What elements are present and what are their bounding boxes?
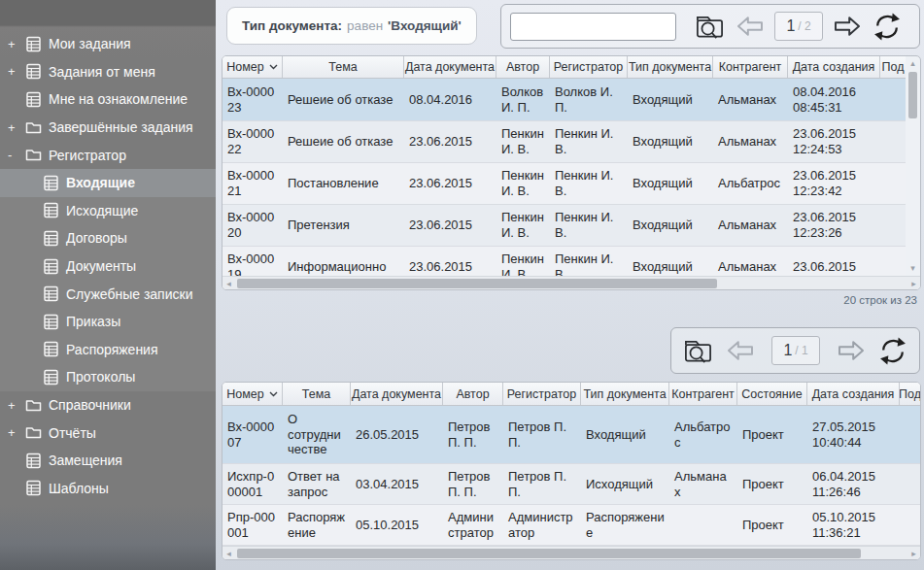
sidebar-item-label: Задания от меня [49,64,155,80]
expand-icon[interactable]: + [8,37,25,51]
horizontal-scroll-thumb[interactable] [237,549,861,558]
column-header-label: Регистратор [554,60,623,74]
table-cell: 08.04.2016 08:45:31 [788,79,880,120]
sidebar-item[interactable]: +Задания от меня [0,58,216,86]
table-cell: Решеие об отказе [283,79,404,120]
prev-page-button[interactable] [726,339,755,362]
sidebar-item[interactable]: Служебные записки [0,280,216,308]
column-header[interactable]: Номер [222,383,283,405]
scroll-left-icon[interactable]: ◂ [222,550,235,558]
prev-page-button[interactable] [736,15,765,38]
table-cell: 03.04.2015 [351,464,443,504]
table-row[interactable]: Рпр-000001Распоряжение05.10.2015Админист… [222,505,920,546]
document-icon [43,175,59,191]
horizontal-scrollbar[interactable]: ◂ ▸ [222,546,920,560]
column-header[interactable]: Автор [443,383,503,405]
next-page-button[interactable] [833,15,862,38]
scroll-down-icon[interactable]: ▾ [910,264,915,273]
sidebar-item[interactable]: Мне на ознакомление [0,85,216,114]
sidebar-item[interactable]: -Регистратор [0,141,216,169]
column-header[interactable]: Контрагент [713,56,788,78]
filter-chip[interactable]: Тип документа: равен 'Входящий' [226,7,477,45]
scroll-right-icon[interactable]: ▸ [907,550,920,558]
column-header[interactable]: Дата создания [807,383,900,405]
table-cell: Альманах [713,79,788,120]
sidebar-item[interactable]: +Мои задания [0,30,216,58]
column-header[interactable]: Контрагент [669,383,737,405]
refresh-icon[interactable] [877,336,908,366]
page-indicator[interactable]: 1 / 1 [771,336,820,365]
column-header[interactable]: Номер [222,56,283,78]
column-header[interactable]: Автор [496,56,550,78]
expand-icon[interactable]: + [8,120,25,135]
page-indicator[interactable]: 1 / 2 [774,12,823,41]
sidebar-item[interactable]: Замещения [0,447,216,475]
sidebar-item[interactable]: Шаблоны [0,475,216,503]
table-cell: Распоряжение [581,505,669,545]
column-header[interactable]: Тема [283,56,404,78]
table-cell: Пенкин И. В. [550,247,628,276]
expand-icon[interactable]: + [8,398,25,413]
column-header[interactable]: Тема [283,383,351,405]
next-page-button[interactable] [837,339,866,362]
column-header[interactable]: Дата документа [351,383,443,405]
folder-search-icon[interactable] [694,12,726,42]
table-cell: 23.06.2015 12:23:26 [788,205,880,246]
horizontal-scroll-thumb[interactable] [237,279,717,288]
table-cell: 06.04.2015 11:26:46 [807,464,900,504]
table-cell: Претензия [283,205,404,246]
document-icon [25,91,42,108]
sidebar-item[interactable]: +Завершённые задания [0,114,216,142]
horizontal-scrollbar[interactable]: ◂ ▸ [222,276,920,290]
collapse-icon[interactable]: - [8,148,25,162]
scroll-right-icon[interactable]: ▸ [907,280,920,288]
document-icon [43,230,59,247]
table-cell [880,79,906,120]
column-header-label: Тема [302,387,330,401]
table-row[interactable]: Вх-000007О сотрудничестве26.05.2015Петро… [222,406,920,464]
table-row[interactable]: Вх-000021Постановление23.06.2015Пенкин И… [222,163,906,205]
refresh-icon[interactable] [872,12,903,42]
column-header[interactable]: Под [900,383,920,405]
sidebar-item[interactable]: Распоряжения [0,336,216,364]
table-cell [880,163,906,204]
table-row[interactable]: Исхпр-000001Ответ на запрос03.04.2015Пет… [222,464,920,505]
table-cell: Ответ на запрос [283,464,351,504]
column-header-label: Состояние [741,387,802,401]
table-cell: Пенкин И. В. [496,205,550,246]
vertical-scrollbar[interactable]: ▴ ▾ [906,56,920,276]
column-header[interactable]: Тип документа [581,383,669,405]
sidebar-item[interactable]: Исходящие [0,197,216,225]
column-header[interactable]: Регистратор [550,56,628,78]
sidebar-item[interactable]: Приказы [0,308,216,336]
table-row[interactable]: Вх-000020Претензия23.06.2015Пенкин И. В.… [222,205,906,247]
scroll-left-icon[interactable]: ◂ [222,280,235,288]
sidebar-item[interactable]: +Справочники [0,391,216,419]
column-header[interactable]: Дата документа [404,56,496,78]
vertical-scroll-thumb[interactable] [908,72,917,118]
column-header-label: Автор [456,387,489,401]
sidebar-item[interactable]: Входящие [0,169,216,197]
scroll-up-icon[interactable]: ▴ [910,59,915,68]
document-icon [25,36,42,52]
column-header[interactable]: Регистратор [503,383,581,405]
document-icon [43,369,59,386]
expand-icon[interactable]: + [8,64,25,79]
sidebar-item[interactable]: Протоколы [0,363,216,391]
table-cell [669,505,737,545]
sidebar-item[interactable]: +Отчёты [0,419,216,447]
expand-icon[interactable]: + [8,425,25,440]
column-header[interactable]: Состояние [737,383,807,405]
column-header-label: Номер [226,60,263,74]
table-row[interactable]: Вх-000023Решеие об отказе08.04.2016Волко… [222,79,906,121]
column-header[interactable]: Тип документа [628,56,713,78]
search-input[interactable] [510,13,676,41]
sidebar-item[interactable]: Документы [0,252,216,281]
sidebar-item[interactable]: Договоры [0,224,216,252]
table-cell: Пенкин И. В. [496,247,550,276]
table-row[interactable]: Вх-000022Решеие об отказе23.06.2015Пенки… [222,121,906,163]
folder-search-icon[interactable] [682,336,714,366]
column-header[interactable]: Под [880,56,906,78]
table-row[interactable]: Вх-000019Информационно23.06.2015Пенкин И… [222,247,906,276]
column-header[interactable]: Дата создания [788,56,880,78]
